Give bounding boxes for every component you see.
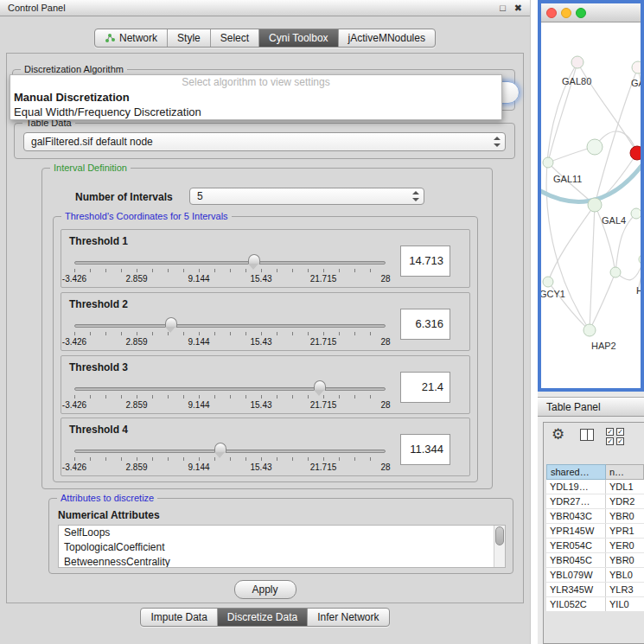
table-row[interactable]: YBL079WYBL0 (546, 568, 644, 583)
minimize-icon[interactable]: □ (500, 3, 506, 14)
slider-track (74, 450, 386, 453)
checkbox-icon[interactable]: ✓ (616, 428, 624, 436)
network-node-label: HAP2 (591, 341, 616, 351)
table-cell: YLR345W (546, 583, 606, 596)
network-node[interactable] (543, 157, 553, 168)
popup-item-equal-width-frequency[interactable]: Equal Width/Frequency Discretization (10, 105, 501, 119)
table-panel-header[interactable]: Table Panel (538, 397, 644, 417)
table-row[interactable]: YLR345WYLR3 (546, 583, 644, 597)
apply-button[interactable]: Apply (233, 580, 296, 599)
threshold-value-field[interactable]: 14.713 (400, 245, 450, 277)
network-edge (590, 205, 595, 330)
checkbox-icon[interactable]: ✓ (606, 428, 614, 436)
checkbox-icon[interactable]: ✓ (616, 437, 624, 445)
threshold-panel-2: Threshold 2 -3.4262.8599.14415.4321.7152… (61, 292, 470, 351)
close-icon[interactable]: ✖ (514, 3, 522, 14)
column-header-name[interactable]: n… (606, 464, 644, 480)
control-panel-scroll-strip[interactable] (530, 0, 538, 644)
tab-infer-network[interactable]: Infer Network (308, 609, 388, 626)
network-edge (590, 272, 615, 330)
table-row[interactable]: YBR043CYBR0 (546, 509, 644, 524)
tab-jactivemnodules[interactable]: jActiveMNodules (339, 29, 435, 47)
bottom-tab-bar: Impute Data Discretize Data Infer Networ… (0, 608, 530, 627)
numerical-attributes-list[interactable]: SelfLoopsTopologicalCoefficientBetweenne… (58, 525, 506, 568)
threshold-slider[interactable]: -3.4262.8599.14415.4321.71528 (74, 380, 386, 411)
popup-item-manual-discretization[interactable]: Manual Discretization (10, 90, 501, 105)
network-node[interactable] (610, 267, 621, 277)
columns-icon[interactable] (580, 429, 594, 441)
threshold-value-field[interactable]: 6.316 (400, 309, 450, 340)
network-node[interactable] (588, 198, 602, 212)
threshold-label: Threshold 1 (69, 235, 128, 247)
scrollbar-thumb[interactable] (495, 526, 504, 545)
table-cell: YLR3 (606, 583, 644, 596)
network-node[interactable] (639, 254, 641, 265)
algorithm-dropdown-popup: Select algorithm to view settings Manual… (10, 74, 502, 120)
table-header-row: shared… n… (546, 464, 644, 480)
tab-label: Impute Data (150, 611, 207, 623)
tab-select[interactable]: Select (211, 29, 259, 47)
slider-thumb[interactable] (214, 443, 226, 453)
table-row[interactable]: YBR045CYBR0 (546, 553, 644, 568)
table-cell: YIL052C (546, 597, 606, 611)
numerical-attributes-label: Numerical Attributes (58, 509, 160, 521)
network-node[interactable] (632, 61, 641, 73)
slider-thumb[interactable] (248, 254, 260, 265)
number-of-intervals-combobox[interactable]: 5 (189, 188, 424, 205)
threshold-slider[interactable]: -3.4262.8599.14415.4321.71528 (74, 317, 386, 348)
table-cell: YDR27… (546, 494, 606, 508)
network-node[interactable] (630, 146, 641, 160)
table-cell: YBR043C (546, 509, 606, 523)
table-cell: YBL079W (546, 568, 606, 582)
column-header-shared-name[interactable]: shared… (546, 464, 606, 480)
tab-discretize-data[interactable]: Discretize Data (218, 609, 308, 626)
tab-cyni-toolbox[interactable]: Cyni Toolbox (259, 29, 338, 47)
network-node[interactable] (571, 56, 583, 68)
node-table: shared… n… YDL19…YDL1YDR27…YDR2YBR043CYB… (546, 464, 644, 612)
table-cell: YDR2 (606, 494, 644, 508)
tab-style[interactable]: Style (168, 29, 211, 47)
network-node[interactable] (631, 208, 641, 219)
network-icon (105, 33, 115, 43)
table-row[interactable]: YDR27…YDR2 (546, 494, 644, 509)
table-row[interactable]: YIL052CYIL0 (546, 597, 644, 612)
traffic-light-close-icon[interactable] (546, 8, 557, 18)
network-canvas[interactable]: GAL80GAGAL11GAL4GCY1HHAP2 (541, 22, 641, 388)
table-row[interactable]: YDL19…YDL1 (546, 480, 644, 494)
slider-scale-label: 28 (380, 462, 390, 472)
slider-thumb[interactable] (314, 380, 326, 391)
tab-network[interactable]: Network (95, 29, 168, 47)
gear-icon[interactable]: ⚙ (552, 425, 564, 443)
traffic-light-zoom-icon[interactable] (576, 8, 586, 18)
threshold-value-field[interactable]: 11.344 (400, 434, 450, 465)
table-row[interactable]: YPR145WYPR1 (546, 524, 644, 539)
traffic-light-minimize-icon[interactable] (561, 8, 571, 18)
spinner-arrows-icon (494, 137, 501, 147)
table-panel-title: Table Panel (546, 401, 601, 413)
threshold-value-field[interactable]: 21.4 (400, 372, 450, 403)
table-row[interactable]: YER054CYER0 (546, 539, 644, 553)
spinner-arrows-icon (412, 191, 419, 201)
table-cell: YIL0 (606, 597, 644, 611)
checkbox-icon[interactable]: ✓ (606, 437, 614, 445)
tab-impute-data[interactable]: Impute Data (141, 609, 217, 626)
attribute-list-item[interactable]: SelfLoops (59, 526, 505, 540)
threshold-panel-1: Threshold 1 -3.4262.8599.14415.4321.7152… (61, 229, 470, 288)
network-node[interactable] (543, 277, 553, 287)
slider-scale-label: 15.43 (250, 274, 271, 284)
network-node[interactable] (587, 139, 603, 155)
threshold-slider[interactable]: -3.4262.8599.14415.4321.71528 (74, 254, 386, 285)
table-data-group: Table Data galFiltered.sif default node (14, 123, 515, 159)
slider-scale-label: 2.859 (125, 400, 147, 410)
list-scrollbar[interactable] (494, 526, 505, 567)
attribute-list-item[interactable]: TopologicalCoefficient (59, 540, 505, 555)
slider-scale-label: 15.43 (250, 462, 271, 472)
threshold-label: Threshold 2 (69, 298, 128, 310)
attribute-list-item[interactable]: BetweennessCentrality (59, 555, 505, 568)
table-data-combobox[interactable]: galFiltered.sif default node (23, 132, 506, 151)
threshold-slider[interactable]: -3.4262.8599.14415.4321.71528 (74, 443, 386, 474)
slider-scale-label: 28 (380, 337, 390, 347)
slider-thumb[interactable] (165, 317, 177, 328)
network-node-label: H (636, 285, 641, 296)
network-node[interactable] (583, 324, 596, 336)
